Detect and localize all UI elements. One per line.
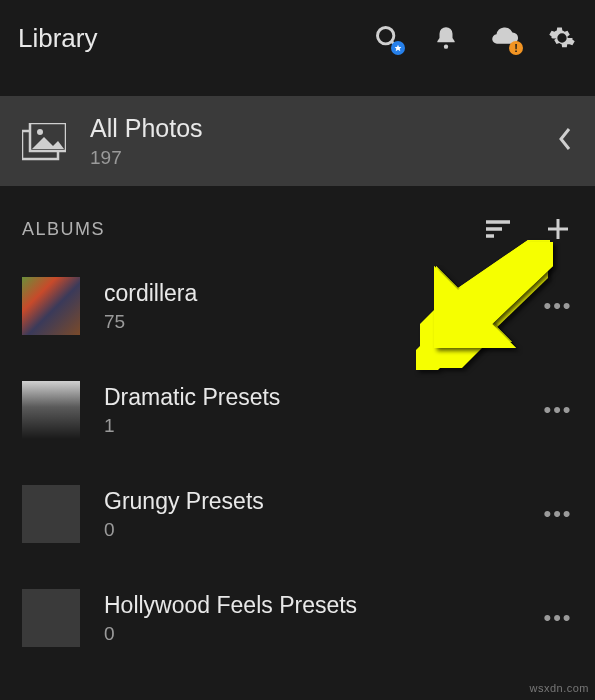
svg-point-3 (444, 45, 448, 49)
album-title: Dramatic Presets (104, 384, 519, 411)
settings-icon[interactable] (547, 23, 577, 53)
notifications-icon[interactable] (431, 23, 461, 53)
all-photos-count: 197 (90, 147, 533, 169)
search-icon[interactable] (373, 23, 403, 53)
album-thumbnail (22, 589, 80, 647)
album-title: Hollywood Feels Presets (104, 592, 519, 619)
album-text: Hollywood Feels Presets 0 (104, 592, 519, 645)
album-text: Grungy Presets 0 (104, 488, 519, 541)
album-row[interactable]: Dramatic Presets 1 ••• (0, 358, 595, 462)
page-title: Library (18, 23, 97, 54)
header-actions: ! (373, 23, 577, 53)
album-count: 1 (104, 415, 519, 437)
album-row[interactable]: Hollywood Feels Presets 0 ••• (0, 566, 595, 670)
album-thumbnail (22, 277, 80, 335)
album-row[interactable]: Grungy Presets 0 ••• (0, 462, 595, 566)
svg-marker-2 (395, 45, 402, 52)
app-header: Library ! (0, 0, 595, 76)
album-thumbnail (22, 485, 80, 543)
all-photos-title: All Photos (90, 114, 533, 143)
watermark: wsxdn.com (529, 682, 589, 694)
all-photos-row[interactable]: All Photos 197 (0, 96, 595, 186)
album-thumbnail (22, 381, 80, 439)
svg-marker-31 (434, 242, 553, 348)
album-count: 0 (104, 623, 519, 645)
more-icon[interactable]: ••• (543, 501, 573, 527)
annotation-arrow-icon (378, 240, 558, 370)
albums-label: ALBUMS (22, 219, 105, 240)
cloud-sync-icon[interactable]: ! (489, 23, 519, 53)
more-icon[interactable]: ••• (543, 605, 573, 631)
album-text: Dramatic Presets 1 (104, 384, 519, 437)
album-title: Grungy Presets (104, 488, 519, 515)
cloud-warning-badge-icon: ! (509, 41, 523, 55)
search-badge-icon (391, 41, 405, 55)
svg-point-0 (378, 28, 394, 44)
photos-icon (22, 123, 66, 159)
svg-point-6 (37, 129, 43, 135)
more-icon[interactable]: ••• (543, 397, 573, 423)
album-count: 0 (104, 519, 519, 541)
all-photos-text: All Photos 197 (90, 114, 533, 169)
chevron-left-icon[interactable] (557, 126, 573, 156)
